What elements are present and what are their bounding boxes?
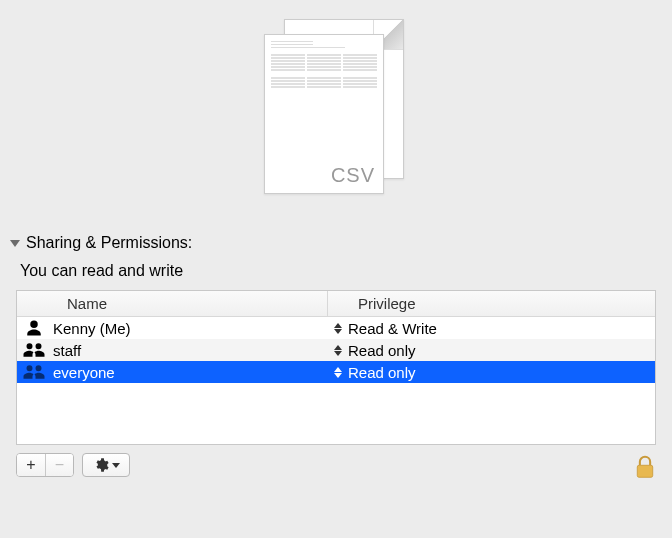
row-privilege-cell[interactable]: Read only bbox=[328, 342, 655, 359]
permission-status: You can read and write bbox=[0, 256, 672, 290]
svg-rect-0 bbox=[637, 465, 652, 477]
bottom-toolbar: + − bbox=[16, 453, 656, 477]
file-preview-area: CSV bbox=[0, 0, 672, 228]
privilege-stepper-icon[interactable] bbox=[332, 343, 344, 357]
column-header-privilege[interactable]: Privilege bbox=[328, 291, 655, 316]
remove-button[interactable]: − bbox=[45, 454, 73, 476]
row-name-label: staff bbox=[53, 342, 81, 359]
table-row[interactable]: Kenny (Me)Read & Write bbox=[17, 317, 655, 339]
add-button[interactable]: + bbox=[17, 454, 45, 476]
row-privilege-label: Read only bbox=[348, 342, 416, 359]
column-header-name[interactable]: Name bbox=[17, 291, 328, 316]
row-privilege-cell[interactable]: Read & Write bbox=[328, 320, 655, 337]
add-remove-group: + − bbox=[16, 453, 74, 477]
row-name-cell: staff bbox=[17, 341, 328, 359]
section-title: Sharing & Permissions: bbox=[26, 234, 192, 252]
row-privilege-label: Read & Write bbox=[348, 320, 437, 337]
lock-button[interactable] bbox=[634, 455, 656, 479]
section-header-sharing[interactable]: Sharing & Permissions: bbox=[0, 228, 672, 256]
row-name-label: everyone bbox=[53, 364, 115, 381]
group-icon bbox=[21, 341, 47, 359]
table-body: Kenny (Me)Read & WritestaffRead onlyever… bbox=[17, 317, 655, 444]
table-row[interactable]: everyoneRead only bbox=[17, 361, 655, 383]
person-icon bbox=[21, 319, 47, 337]
permissions-table: Name Privilege Kenny (Me)Read & Writesta… bbox=[16, 290, 656, 445]
file-type-label: CSV bbox=[331, 164, 375, 187]
group-icon bbox=[21, 363, 47, 381]
chevron-down-icon bbox=[112, 463, 120, 468]
privilege-stepper-icon[interactable] bbox=[332, 365, 344, 379]
action-menu-button[interactable] bbox=[82, 453, 130, 477]
row-privilege-cell[interactable]: Read only bbox=[328, 364, 655, 381]
gear-icon bbox=[93, 457, 109, 473]
privilege-stepper-icon[interactable] bbox=[332, 321, 344, 335]
info-window: CSV Sharing & Permissions: You can read … bbox=[0, 0, 672, 538]
disclosure-triangle-icon[interactable] bbox=[10, 240, 20, 247]
lock-icon bbox=[634, 455, 656, 479]
table-row[interactable]: staffRead only bbox=[17, 339, 655, 361]
row-name-cell: everyone bbox=[17, 363, 328, 381]
row-name-label: Kenny (Me) bbox=[53, 320, 131, 337]
row-name-cell: Kenny (Me) bbox=[17, 319, 328, 337]
table-header: Name Privilege bbox=[17, 291, 655, 317]
file-page-front: CSV bbox=[264, 34, 384, 194]
row-privilege-label: Read only bbox=[348, 364, 416, 381]
file-icon: CSV bbox=[264, 19, 408, 209]
